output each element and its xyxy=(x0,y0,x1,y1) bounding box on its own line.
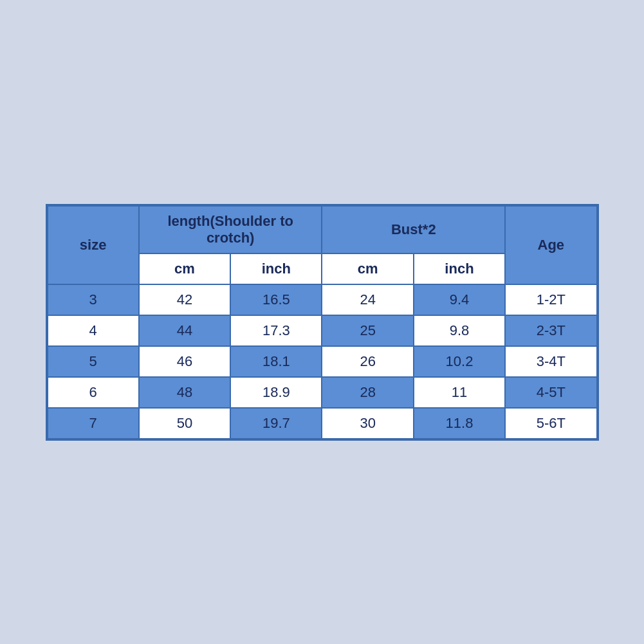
table-row: 54618.12610.23-4T xyxy=(48,346,597,377)
size-header: size xyxy=(48,206,139,284)
cell-length_inch-row3: 18.9 xyxy=(230,377,322,408)
cell-bust_cm-row3: 28 xyxy=(322,377,413,408)
cell-length_cm-row0: 42 xyxy=(139,284,230,315)
cell-bust_inch-row3: 11 xyxy=(414,377,505,408)
length-inch-header: inch xyxy=(230,253,322,284)
cell-bust_inch-row2: 10.2 xyxy=(414,346,505,377)
bust-cm-label: cm xyxy=(358,261,378,277)
table-row: 44417.3259.82-3T xyxy=(48,315,597,346)
length-header: length(Shoulder to crotch) xyxy=(139,206,322,253)
cell-age-row1: 2-3T xyxy=(505,315,596,346)
cell-size-row0: 3 xyxy=(48,284,139,315)
table-row: 34216.5249.41-2T xyxy=(48,284,597,315)
cell-size-row4: 7 xyxy=(48,408,139,439)
cell-length_cm-row3: 48 xyxy=(139,377,230,408)
cell-bust_cm-row0: 24 xyxy=(322,284,413,315)
header-top-row: size length(Shoulder to crotch) Bust*2 A… xyxy=(48,206,597,253)
cell-length_inch-row2: 18.1 xyxy=(230,346,322,377)
cell-size-row2: 5 xyxy=(48,346,139,377)
table-wrapper: size length(Shoulder to crotch) Bust*2 A… xyxy=(46,204,599,441)
bust-inch-label: inch xyxy=(445,261,474,277)
table-row: 64818.928114-5T xyxy=(48,377,597,408)
length-cm-header: cm xyxy=(139,253,230,284)
cell-bust_cm-row4: 30 xyxy=(322,408,413,439)
cell-age-row0: 1-2T xyxy=(505,284,596,315)
cell-length_cm-row4: 50 xyxy=(139,408,230,439)
cell-size-row1: 4 xyxy=(48,315,139,346)
table-row: 75019.73011.85-6T xyxy=(48,408,597,439)
cell-bust_inch-row1: 9.8 xyxy=(414,315,505,346)
length-cm-label: cm xyxy=(174,261,195,277)
cell-length_inch-row1: 17.3 xyxy=(230,315,322,346)
bust-cm-header: cm xyxy=(322,253,413,284)
length-inch-label: inch xyxy=(262,261,291,277)
cell-length_cm-row2: 46 xyxy=(139,346,230,377)
length-header-label: length(Shoulder to crotch) xyxy=(167,213,293,246)
cell-age-row4: 5-6T xyxy=(505,408,596,439)
size-chart-table: size length(Shoulder to crotch) Bust*2 A… xyxy=(47,205,598,439)
cell-length_inch-row4: 19.7 xyxy=(230,408,322,439)
page-container: size length(Shoulder to crotch) Bust*2 A… xyxy=(0,0,644,644)
bust-header: Bust*2 xyxy=(322,206,505,253)
cell-bust_inch-row0: 9.4 xyxy=(414,284,505,315)
cell-length_cm-row1: 44 xyxy=(139,315,230,346)
table-body: 34216.5249.41-2T44417.3259.82-3T54618.12… xyxy=(48,284,597,439)
age-header: Age xyxy=(505,206,596,284)
cell-age-row3: 4-5T xyxy=(505,377,596,408)
cell-bust_cm-row2: 26 xyxy=(322,346,413,377)
cell-bust_inch-row4: 11.8 xyxy=(414,408,505,439)
cell-length_inch-row0: 16.5 xyxy=(230,284,322,315)
bust-header-label: Bust*2 xyxy=(391,221,436,237)
cell-size-row3: 6 xyxy=(48,377,139,408)
size-header-label: size xyxy=(80,237,107,253)
cell-age-row2: 3-4T xyxy=(505,346,596,377)
bust-inch-header: inch xyxy=(414,253,505,284)
cell-bust_cm-row1: 25 xyxy=(322,315,413,346)
age-header-label: Age xyxy=(538,237,565,253)
